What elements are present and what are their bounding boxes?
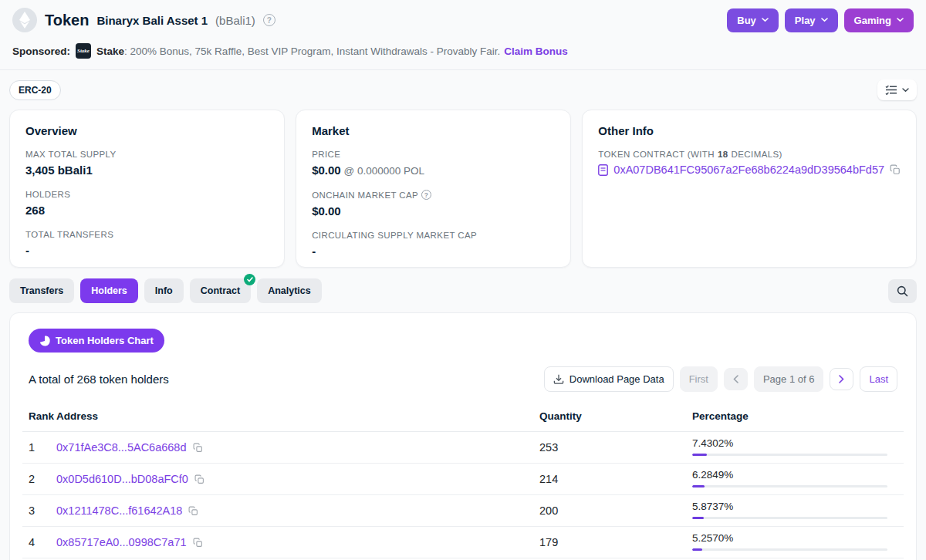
copy-address-button[interactable]	[890, 164, 901, 175]
token-holders-chart-button[interactable]: Token Holders Chart	[29, 329, 164, 353]
market-fields: PRICE $0.00 @ 0.000000 POL ONCHAIN MARKE…	[312, 150, 555, 258]
card-field: HOLDERS 268	[25, 190, 269, 217]
tab-transfers[interactable]: Transfers	[9, 278, 74, 303]
copy-address-button[interactable]	[193, 538, 203, 548]
card-field-value: 3,405 bBali1	[25, 164, 269, 177]
erc20-badge: ERC-20	[9, 80, 61, 100]
claim-bonus-link[interactable]: Claim Bonus	[504, 46, 568, 57]
document-icon	[598, 164, 608, 176]
card-field-value: $0.00	[312, 204, 555, 218]
percentage-bar-fill	[692, 485, 705, 487]
holder-quantity: 200	[539, 504, 692, 517]
help-icon[interactable]: ?	[263, 14, 275, 26]
sponsored-bar: Sponsored: Stake Stake: 200% Bonus, 75k …	[0, 37, 926, 70]
tab-info[interactable]: Info	[144, 278, 184, 303]
holder-percentage: 6.2849%	[692, 464, 897, 494]
card-field-value: $0.00 @ 0.000000 POL	[312, 164, 555, 177]
percentage-bar-fill	[692, 517, 704, 519]
copy-address-button[interactable]	[194, 474, 204, 484]
token-name: Binaryx Bali Asset 1	[96, 14, 208, 27]
header-nav-button[interactable]: Gaming	[844, 8, 914, 32]
copy-icon	[194, 474, 204, 484]
table-row: 2 0x0D5d610D...bD08aFCf0 214 6.2849%	[22, 464, 904, 495]
holder-percentage-text: 6.2849%	[692, 469, 897, 481]
other-info-card-title: Other Info	[598, 124, 901, 137]
tab-analytics[interactable]: Analytics	[257, 278, 322, 303]
filter-list-icon	[885, 85, 897, 95]
table-row: 1 0x71fAe3C8...5AC6a668d 253 7.4302%	[22, 432, 904, 464]
token-logo	[12, 8, 37, 32]
info-icon[interactable]: ?	[421, 190, 431, 200]
pagination-next-button[interactable]	[830, 368, 853, 390]
verified-check-icon	[244, 274, 255, 285]
header-nav-button-label: Gaming	[854, 15, 891, 26]
badge-row: ERC-20	[0, 70, 926, 108]
card-field-label: MAX TOTAL SUPPLY	[25, 150, 269, 159]
card-field: MAX TOTAL SUPPLY 3,405 bBali1	[25, 150, 269, 177]
pagination-first-button[interactable]: First	[680, 366, 718, 392]
holders-table: Rank Address Quantity Percentage 1 0x71f…	[22, 404, 904, 560]
table-toolbar: A total of 268 token holders Download Pa…	[29, 366, 897, 392]
holder-address-link[interactable]: 0x71fAe3C8...5AC6a668d	[56, 441, 187, 454]
search-button[interactable]	[888, 279, 917, 303]
other-info-card: Other Info TOKEN CONTRACT (WITH 18 DECIM…	[582, 110, 917, 268]
tab-holders[interactable]: Holders	[80, 278, 138, 303]
header-nav-button[interactable]: Play	[785, 8, 838, 32]
holder-address-link[interactable]: 0x85717eA0...0998C7a71	[56, 536, 187, 548]
percentage-bar-track	[692, 454, 887, 456]
holder-address-link[interactable]: 0x1211478C...f61642A18	[56, 504, 182, 517]
copy-icon	[890, 164, 901, 175]
view-options-button[interactable]	[877, 79, 917, 100]
page-title: Token	[45, 12, 89, 29]
copy-address-button[interactable]	[188, 506, 198, 516]
market-card-title: Market	[312, 124, 555, 137]
holder-percentage: 7.4302%	[692, 433, 897, 462]
overview-fields: MAX TOTAL SUPPLY 3,405 bBali1 HOLDERS 26…	[25, 150, 269, 257]
holder-percentage-text: 5.8737%	[692, 501, 897, 512]
sponsored-text: : 200% Bonus, 75k Raffle, Best VIP Progr…	[124, 46, 500, 57]
col-address: Address	[56, 410, 539, 422]
holder-rank: 1	[29, 441, 56, 454]
search-icon	[897, 285, 908, 297]
holder-quantity: 253	[539, 441, 692, 454]
holder-address-link[interactable]: 0x0D5d610D...bD08aFCf0	[56, 473, 188, 485]
pie-chart-icon	[39, 336, 50, 346]
copy-address-button[interactable]	[193, 443, 203, 453]
holder-rank: 3	[29, 504, 56, 517]
pagination-last-button[interactable]: Last	[860, 366, 897, 392]
download-icon	[553, 374, 564, 384]
overview-card: Overview MAX TOTAL SUPPLY 3,405 bBali1 H…	[9, 110, 285, 268]
holder-quantity: 214	[539, 473, 692, 485]
header-nav-button[interactable]: Buy	[727, 8, 779, 32]
holder-quantity: 179	[539, 536, 692, 548]
col-quantity: Quantity	[539, 410, 692, 422]
page-header: Token Binaryx Bali Asset 1 (bBali1) ? Bu…	[0, 0, 926, 37]
holder-percentage-text: 7.4302%	[692, 437, 897, 449]
card-field: TOTAL TRANSFERS -	[25, 230, 269, 257]
tab-contract[interactable]: Contract	[190, 278, 251, 303]
summary-cards: Overview MAX TOTAL SUPPLY 3,405 bBali1 H…	[0, 108, 926, 268]
card-field-value: 268	[25, 204, 269, 217]
holders-table-header: Rank Address Quantity Percentage	[22, 404, 904, 432]
tab-label: Holders	[91, 285, 127, 296]
download-page-data-button[interactable]: Download Page Data	[544, 366, 674, 392]
pagination-prev-button[interactable]	[724, 368, 748, 390]
copy-icon	[188, 506, 198, 516]
holder-percentage: 5.8737%	[692, 496, 897, 525]
chevron-down-icon	[762, 18, 769, 22]
table-row: 3 0x1211478C...f61642A18 200 5.8737%	[22, 495, 904, 527]
card-field-label: TOTAL TRANSFERS	[25, 230, 269, 239]
sponsored-label: Sponsored:	[12, 46, 70, 57]
tab-label: Analytics	[268, 285, 311, 296]
card-field-label: ONCHAIN MARKET CAP?	[312, 190, 555, 200]
header-nav-button-label: Buy	[737, 15, 756, 26]
chevron-down-icon	[897, 18, 904, 22]
holder-percentage-text: 5.2570%	[692, 532, 897, 544]
holders-panel: Token Holders Chart A total of 268 token…	[9, 312, 917, 560]
percentage-bar-track	[692, 548, 887, 551]
header-nav-button-label: Play	[795, 15, 816, 26]
token-holders-chart-label: Token Holders Chart	[56, 335, 154, 346]
holder-rank: 2	[29, 473, 56, 485]
contract-address-link[interactable]: 0xA07DB641FC95067a2Fe68b6224a9dD39564bFd…	[613, 164, 884, 176]
percentage-bar-track	[692, 517, 887, 519]
